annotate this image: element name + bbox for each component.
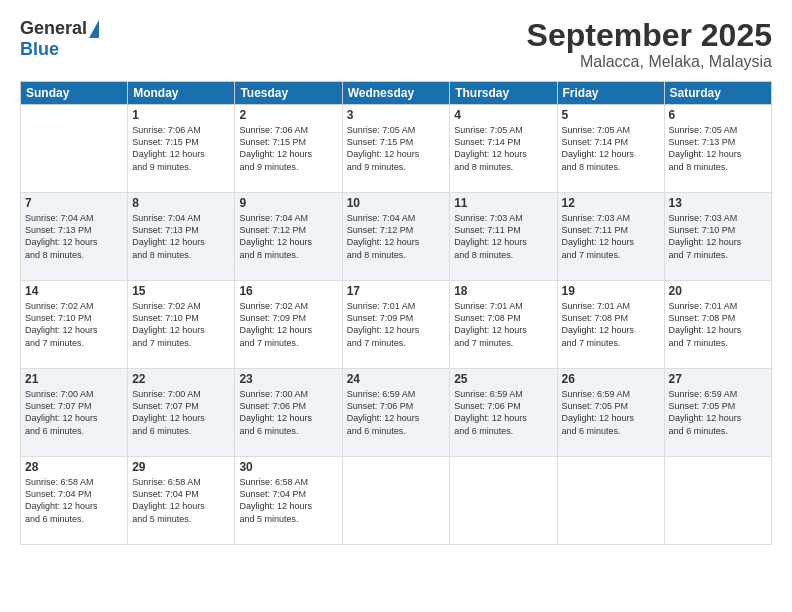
day-number: 26 <box>562 372 660 386</box>
day-info: Sunrise: 7:04 AM Sunset: 7:12 PM Dayligh… <box>347 212 446 261</box>
day-number: 8 <box>132 196 230 210</box>
day-number: 24 <box>347 372 446 386</box>
logo-general: General <box>20 18 87 39</box>
table-row <box>557 457 664 545</box>
day-number: 1 <box>132 108 230 122</box>
day-info: Sunrise: 7:02 AM Sunset: 7:09 PM Dayligh… <box>239 300 337 349</box>
day-info: Sunrise: 7:05 AM Sunset: 7:15 PM Dayligh… <box>347 124 446 173</box>
header-thursday: Thursday <box>450 82 557 105</box>
day-info: Sunrise: 7:04 AM Sunset: 7:12 PM Dayligh… <box>239 212 337 261</box>
table-row: 14Sunrise: 7:02 AM Sunset: 7:10 PM Dayli… <box>21 281 128 369</box>
day-number: 28 <box>25 460 123 474</box>
day-number: 27 <box>669 372 767 386</box>
day-info: Sunrise: 6:59 AM Sunset: 7:06 PM Dayligh… <box>347 388 446 437</box>
day-number: 25 <box>454 372 552 386</box>
table-row <box>21 105 128 193</box>
table-row: 28Sunrise: 6:58 AM Sunset: 7:04 PM Dayli… <box>21 457 128 545</box>
logo-blue: Blue <box>20 39 59 60</box>
table-row: 12Sunrise: 7:03 AM Sunset: 7:11 PM Dayli… <box>557 193 664 281</box>
day-info: Sunrise: 7:05 AM Sunset: 7:14 PM Dayligh… <box>454 124 552 173</box>
day-info: Sunrise: 7:05 AM Sunset: 7:14 PM Dayligh… <box>562 124 660 173</box>
day-info: Sunrise: 7:04 AM Sunset: 7:13 PM Dayligh… <box>132 212 230 261</box>
table-row <box>664 457 771 545</box>
day-info: Sunrise: 6:59 AM Sunset: 7:05 PM Dayligh… <box>562 388 660 437</box>
day-info: Sunrise: 6:59 AM Sunset: 7:06 PM Dayligh… <box>454 388 552 437</box>
table-row: 11Sunrise: 7:03 AM Sunset: 7:11 PM Dayli… <box>450 193 557 281</box>
table-row: 21Sunrise: 7:00 AM Sunset: 7:07 PM Dayli… <box>21 369 128 457</box>
day-info: Sunrise: 7:03 AM Sunset: 7:10 PM Dayligh… <box>669 212 767 261</box>
day-number: 19 <box>562 284 660 298</box>
day-number: 20 <box>669 284 767 298</box>
day-number: 14 <box>25 284 123 298</box>
table-row: 26Sunrise: 6:59 AM Sunset: 7:05 PM Dayli… <box>557 369 664 457</box>
day-info: Sunrise: 7:01 AM Sunset: 7:08 PM Dayligh… <box>562 300 660 349</box>
day-number: 13 <box>669 196 767 210</box>
day-info: Sunrise: 7:06 AM Sunset: 7:15 PM Dayligh… <box>132 124 230 173</box>
day-number: 7 <box>25 196 123 210</box>
month-title: September 2025 <box>527 18 772 53</box>
calendar-table: Sunday Monday Tuesday Wednesday Thursday… <box>20 81 772 545</box>
day-number: 30 <box>239 460 337 474</box>
day-info: Sunrise: 7:05 AM Sunset: 7:13 PM Dayligh… <box>669 124 767 173</box>
logo: General Blue <box>20 18 99 60</box>
day-number: 3 <box>347 108 446 122</box>
table-row: 23Sunrise: 7:00 AM Sunset: 7:06 PM Dayli… <box>235 369 342 457</box>
day-info: Sunrise: 7:00 AM Sunset: 7:07 PM Dayligh… <box>25 388 123 437</box>
day-info: Sunrise: 7:04 AM Sunset: 7:13 PM Dayligh… <box>25 212 123 261</box>
day-number: 4 <box>454 108 552 122</box>
day-number: 23 <box>239 372 337 386</box>
table-row: 7Sunrise: 7:04 AM Sunset: 7:13 PM Daylig… <box>21 193 128 281</box>
table-row: 27Sunrise: 6:59 AM Sunset: 7:05 PM Dayli… <box>664 369 771 457</box>
day-number: 6 <box>669 108 767 122</box>
table-row: 1Sunrise: 7:06 AM Sunset: 7:15 PM Daylig… <box>128 105 235 193</box>
header-friday: Friday <box>557 82 664 105</box>
day-number: 12 <box>562 196 660 210</box>
day-number: 11 <box>454 196 552 210</box>
table-row: 29Sunrise: 6:58 AM Sunset: 7:04 PM Dayli… <box>128 457 235 545</box>
day-info: Sunrise: 7:06 AM Sunset: 7:15 PM Dayligh… <box>239 124 337 173</box>
day-info: Sunrise: 7:03 AM Sunset: 7:11 PM Dayligh… <box>454 212 552 261</box>
location-subtitle: Malacca, Melaka, Malaysia <box>527 53 772 71</box>
header: General Blue September 2025 Malacca, Mel… <box>20 18 772 71</box>
table-row: 2Sunrise: 7:06 AM Sunset: 7:15 PM Daylig… <box>235 105 342 193</box>
table-row: 10Sunrise: 7:04 AM Sunset: 7:12 PM Dayli… <box>342 193 450 281</box>
day-number: 18 <box>454 284 552 298</box>
header-monday: Monday <box>128 82 235 105</box>
day-number: 29 <box>132 460 230 474</box>
day-number: 16 <box>239 284 337 298</box>
table-row: 19Sunrise: 7:01 AM Sunset: 7:08 PM Dayli… <box>557 281 664 369</box>
day-info: Sunrise: 7:01 AM Sunset: 7:08 PM Dayligh… <box>454 300 552 349</box>
day-number: 17 <box>347 284 446 298</box>
day-info: Sunrise: 7:02 AM Sunset: 7:10 PM Dayligh… <box>132 300 230 349</box>
table-row <box>450 457 557 545</box>
header-tuesday: Tuesday <box>235 82 342 105</box>
table-row: 18Sunrise: 7:01 AM Sunset: 7:08 PM Dayli… <box>450 281 557 369</box>
table-row: 15Sunrise: 7:02 AM Sunset: 7:10 PM Dayli… <box>128 281 235 369</box>
logo-text: General <box>20 18 99 39</box>
day-info: Sunrise: 7:03 AM Sunset: 7:11 PM Dayligh… <box>562 212 660 261</box>
table-row: 24Sunrise: 6:59 AM Sunset: 7:06 PM Dayli… <box>342 369 450 457</box>
day-number: 2 <box>239 108 337 122</box>
table-row: 22Sunrise: 7:00 AM Sunset: 7:07 PM Dayli… <box>128 369 235 457</box>
table-row: 9Sunrise: 7:04 AM Sunset: 7:12 PM Daylig… <box>235 193 342 281</box>
day-info: Sunrise: 6:58 AM Sunset: 7:04 PM Dayligh… <box>239 476 337 525</box>
table-row: 3Sunrise: 7:05 AM Sunset: 7:15 PM Daylig… <box>342 105 450 193</box>
table-row: 30Sunrise: 6:58 AM Sunset: 7:04 PM Dayli… <box>235 457 342 545</box>
header-saturday: Saturday <box>664 82 771 105</box>
table-row: 5Sunrise: 7:05 AM Sunset: 7:14 PM Daylig… <box>557 105 664 193</box>
table-row: 20Sunrise: 7:01 AM Sunset: 7:08 PM Dayli… <box>664 281 771 369</box>
table-row: 8Sunrise: 7:04 AM Sunset: 7:13 PM Daylig… <box>128 193 235 281</box>
day-info: Sunrise: 7:01 AM Sunset: 7:09 PM Dayligh… <box>347 300 446 349</box>
day-number: 10 <box>347 196 446 210</box>
logo-triangle-icon <box>89 20 99 38</box>
day-number: 21 <box>25 372 123 386</box>
day-info: Sunrise: 7:00 AM Sunset: 7:06 PM Dayligh… <box>239 388 337 437</box>
day-info: Sunrise: 6:58 AM Sunset: 7:04 PM Dayligh… <box>132 476 230 525</box>
header-sunday: Sunday <box>21 82 128 105</box>
table-row: 4Sunrise: 7:05 AM Sunset: 7:14 PM Daylig… <box>450 105 557 193</box>
day-number: 22 <box>132 372 230 386</box>
title-area: September 2025 Malacca, Melaka, Malaysia <box>527 18 772 71</box>
day-info: Sunrise: 7:01 AM Sunset: 7:08 PM Dayligh… <box>669 300 767 349</box>
calendar-header-row: Sunday Monday Tuesday Wednesday Thursday… <box>21 82 772 105</box>
table-row: 17Sunrise: 7:01 AM Sunset: 7:09 PM Dayli… <box>342 281 450 369</box>
